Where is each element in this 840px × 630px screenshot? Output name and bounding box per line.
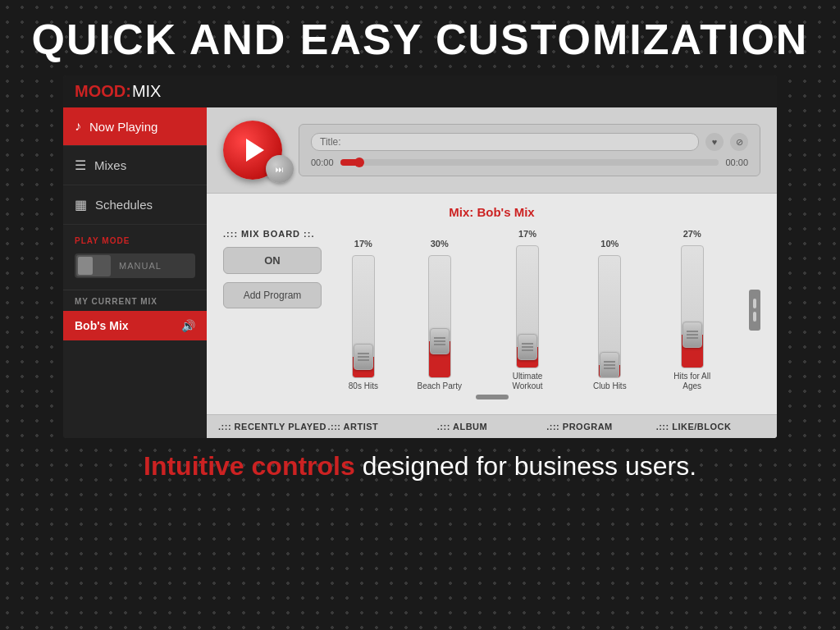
- skip-button[interactable]: ⏭: [266, 155, 294, 183]
- slider-col-ultimate-workout: 17% Ultimate Workout: [501, 229, 555, 391]
- sidebar-label-schedules: Schedules: [95, 198, 153, 212]
- slider-track-1[interactable]: [352, 255, 375, 378]
- logo-mood: MOOD:: [75, 82, 131, 101]
- slider-thumb-1[interactable]: [354, 344, 373, 370]
- track-info-box: Title: ♥ ⊘ 00:00 00:00: [299, 124, 760, 176]
- slider-col-beach-party: 30% Beach Party: [417, 239, 461, 391]
- current-mix-item[interactable]: Bob's Mix 🔊: [63, 311, 207, 340]
- play-mode-label: PLAY MODE: [63, 230, 207, 249]
- tagline-rest: designed for business users.: [355, 451, 696, 481]
- main-content: ⏭ Title: ♥ ⊘ 00:00: [207, 107, 777, 438]
- bottom-col-album: .::: ALBUM: [437, 422, 546, 431]
- current-mix-section-label: MY CURRENT MIX: [63, 290, 207, 311]
- headline: QUICK AND EASY CUSTOMIZATION: [32, 15, 809, 64]
- list-icon: ☰: [75, 158, 86, 173]
- on-toggle-button[interactable]: ON: [223, 247, 322, 274]
- slider-label-5: Hits for All Ages: [665, 372, 719, 391]
- slider-label-3: Ultimate Workout: [501, 372, 555, 391]
- logo-mix: MIX: [132, 82, 162, 101]
- slider-pct-5: 27%: [683, 229, 701, 239]
- play-mode-switch[interactable]: [76, 255, 111, 276]
- bottom-bar: .::: RECENTLY PLAYED .::: ARTIST .::: AL…: [207, 414, 777, 438]
- slider-label-1: 80s Hits: [349, 381, 378, 391]
- calendar-icon: ▦: [75, 197, 87, 212]
- sound-icon: 🔊: [181, 319, 195, 332]
- slider-thumb-2[interactable]: [430, 328, 450, 354]
- drag-handle[interactable]: [749, 290, 760, 331]
- scroll-pill: [476, 395, 509, 399]
- sidebar-label-mixes: Mixes: [94, 158, 126, 172]
- tagline: Intuitive controls designed for business…: [144, 451, 696, 482]
- time-end: 00:00: [725, 158, 748, 167]
- mixboard-controls: .::: MIX BOARD ::. ON Add Program: [223, 229, 322, 391]
- player-area: ⏭ Title: ♥ ⊘ 00:00: [207, 107, 777, 194]
- slider-col-hits-all-ages: 27% Hits for All Ages: [665, 229, 719, 391]
- skip-icon: ⏭: [276, 165, 284, 174]
- play-mode-toggle[interactable]: MANUAL: [75, 253, 195, 278]
- bottom-col-program: .::: PROGRAM: [546, 422, 655, 431]
- slider-thumb-3[interactable]: [518, 334, 537, 360]
- heart-button[interactable]: ♥: [705, 133, 724, 151]
- slider-label-4: Club Hits: [593, 381, 627, 391]
- sidebar-item-schedules[interactable]: ▦ Schedules: [63, 185, 207, 225]
- app-topbar: MOOD: MIX: [63, 75, 777, 107]
- tagline-red: Intuitive controls: [144, 451, 355, 481]
- add-program-button[interactable]: Add Program: [223, 282, 322, 308]
- block-button[interactable]: ⊘: [730, 133, 748, 151]
- play-button-wrap: ⏭: [223, 121, 282, 180]
- progress-row: 00:00 00:00: [311, 158, 748, 167]
- sidebar-label-now-playing: Now Playing: [89, 120, 158, 134]
- bottom-col-recently-played: .::: RECENTLY PLAYED: [218, 422, 327, 431]
- music-icon: ♪: [75, 119, 81, 134]
- slider-thumb-4[interactable]: [600, 352, 619, 378]
- sidebar: ♪ Now Playing ☰ Mixes ▦ Schedules PLAY M…: [63, 107, 207, 438]
- sidebar-item-now-playing[interactable]: ♪ Now Playing: [63, 107, 207, 146]
- slider-pct-2: 30%: [431, 239, 449, 249]
- slider-pct-4: 10%: [600, 239, 619, 249]
- app-body: ♪ Now Playing ☰ Mixes ▦ Schedules PLAY M…: [63, 107, 777, 438]
- scroll-indicator: [223, 395, 760, 399]
- title-placeholder: Title:: [320, 136, 341, 148]
- mixboard-layout: .::: MIX BOARD ::. ON Add Program 17%: [223, 229, 760, 391]
- slider-track-5[interactable]: [681, 245, 704, 368]
- slider-thumb-5[interactable]: [682, 322, 702, 348]
- progress-thumb: [354, 158, 364, 167]
- slider-track-3[interactable]: [516, 245, 539, 368]
- slider-label-2: Beach Party: [417, 381, 461, 391]
- bottom-col-artist: .::: ARTIST: [327, 422, 436, 431]
- slider-track-2[interactable]: [428, 255, 451, 378]
- slider-col-80s-hits: 17% 80s Hits: [349, 239, 378, 391]
- progress-track[interactable]: [340, 159, 719, 166]
- time-start: 00:00: [311, 158, 334, 167]
- sliders-container: 17% 80s Hits 30%: [333, 229, 734, 391]
- track-title-row: Title: ♥ ⊘: [311, 133, 748, 151]
- mixboard-area: Mix: Bob's Mix .::: MIX BOARD ::. ON Add…: [207, 194, 777, 414]
- play-mode-value: MANUAL: [119, 261, 162, 271]
- slider-track-4[interactable]: [598, 255, 621, 378]
- content-wrapper: QUICK AND EASY CUSTOMIZATION MOOD: MIX ♪…: [0, 0, 840, 630]
- slider-pct-3: 17%: [518, 229, 536, 239]
- mix-title: Mix: Bob's Mix: [223, 205, 760, 219]
- bottom-col-like-block: .::: LIKE/BLOCK: [656, 422, 765, 431]
- current-mix-name: Bob's Mix: [75, 319, 129, 332]
- track-title-input[interactable]: Title:: [311, 133, 699, 151]
- slider-pct-1: 17%: [354, 239, 372, 249]
- sidebar-item-mixes[interactable]: ☰ Mixes: [63, 146, 207, 185]
- app-window: MOOD: MIX ♪ Now Playing ☰ Mixes ▦ Schedu…: [63, 75, 777, 438]
- play-triangle-icon: [246, 139, 264, 162]
- slider-col-club-hits: 10% Club Hits: [593, 239, 627, 391]
- mixboard-header: .::: MIX BOARD ::.: [223, 229, 322, 239]
